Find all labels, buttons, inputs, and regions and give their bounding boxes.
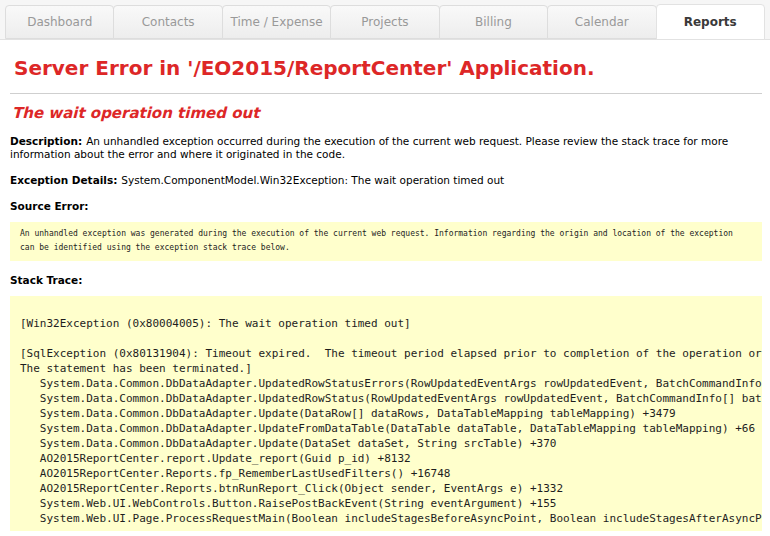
exception-details-text: System.ComponentModel.Win32Exception: Th… bbox=[121, 174, 504, 186]
description-row: Description:An unhandled exception occur… bbox=[10, 135, 762, 161]
source-error-box: An unhandled exception was generated dur… bbox=[10, 222, 762, 261]
error-subtitle: The wait operation timed out bbox=[12, 104, 762, 122]
error-page-title: Server Error in '/EO2015/ReportCenter' A… bbox=[14, 56, 762, 80]
title-divider bbox=[10, 93, 762, 94]
source-error-label: Source Error: bbox=[10, 200, 89, 212]
tab-contacts[interactable]: Contacts bbox=[113, 5, 222, 39]
stack-trace-box: [Win32Exception (0x80004005): The wait o… bbox=[10, 296, 762, 531]
description-label: Description: bbox=[10, 135, 82, 147]
description-text: An unhandled exception occurred during t… bbox=[10, 135, 728, 160]
error-page: Server Error in '/EO2015/ReportCenter' A… bbox=[0, 40, 770, 536]
tab-billing[interactable]: Billing bbox=[439, 5, 548, 39]
tab-calendar[interactable]: Calendar bbox=[547, 5, 656, 39]
stack-trace-row: Stack Trace: bbox=[10, 274, 762, 287]
tab-projects[interactable]: Projects bbox=[330, 5, 439, 39]
source-error-row: Source Error: bbox=[10, 200, 762, 213]
tab-time-expense[interactable]: Time / Expense bbox=[222, 5, 331, 39]
main-tab-bar: Dashboard Contacts Time / Expense Projec… bbox=[0, 0, 770, 40]
exception-details-label: Exception Details: bbox=[10, 174, 117, 186]
stack-trace-label: Stack Trace: bbox=[10, 274, 82, 286]
tab-reports[interactable]: Reports bbox=[656, 4, 765, 40]
tab-dashboard[interactable]: Dashboard bbox=[5, 5, 114, 39]
exception-details-row: Exception Details:System.ComponentModel.… bbox=[10, 174, 762, 187]
